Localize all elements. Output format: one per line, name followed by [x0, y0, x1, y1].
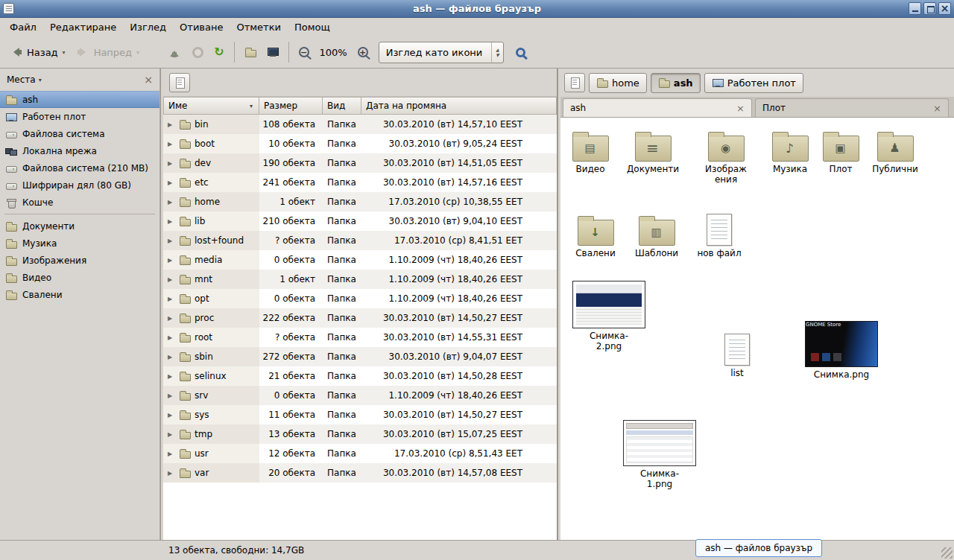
menu-item[interactable]: Изглед [123, 19, 173, 35]
column-header-type[interactable]: Вид [323, 97, 361, 115]
file-item[interactable]: list [707, 332, 767, 378]
sidebar-item[interactable]: Файлова система [0, 125, 159, 142]
spinner-arrows-icon[interactable]: ▲▼ [491, 42, 499, 63]
chevron-down-icon[interactable]: ▾ [39, 77, 42, 83]
sidebar-item[interactable]: Изображения [0, 252, 159, 269]
home-button[interactable] [240, 42, 261, 62]
expander-icon[interactable] [168, 179, 175, 186]
expander-icon[interactable] [168, 257, 175, 264]
tree-row[interactable]: lost+found ? обекта Папка 17.03.2010 (ср… [163, 231, 557, 250]
tree-row[interactable]: var 20 обекта Папка 30.03.2010 (вт) 14,5… [163, 463, 557, 483]
tree-row[interactable]: etc 241 обекта Папка 30.03.2010 (вт) 14,… [163, 173, 557, 192]
file-item[interactable]: Плот [811, 127, 871, 174]
sidebar-item[interactable]: Локална мрежа [0, 142, 159, 159]
expander-icon[interactable] [168, 354, 175, 360]
file-item[interactable]: Видео [560, 127, 620, 174]
tree-row[interactable]: tmp 13 обекта Папка 30.03.2010 (вт) 15,0… [163, 424, 557, 444]
file-item[interactable]: нов файл [689, 212, 749, 258]
location-toggle-button[interactable] [564, 73, 585, 92]
tree-row[interactable]: proc 222 обекта Папка 30.03.2010 (вт) 14… [163, 308, 557, 328]
forward-button[interactable]: Напред ▾ [72, 42, 145, 62]
view-mode-select[interactable]: Изглед като икони ▲▼ [379, 42, 504, 63]
resize-grip[interactable] [941, 547, 953, 559]
expander-icon[interactable] [168, 392, 175, 399]
expander-icon[interactable] [168, 141, 175, 147]
file-item[interactable]: Шаблони [627, 211, 686, 258]
expander-icon[interactable] [168, 334, 175, 341]
tree-row[interactable]: opt 0 обекта Папка 1.10.2009 (чт) 18,40,… [163, 289, 557, 308]
path-button[interactable]: home [589, 73, 647, 93]
expander-icon[interactable] [168, 199, 175, 206]
file-item[interactable]: Изображения [696, 127, 756, 185]
file-item[interactable]: GNOME Store Снимка.png [804, 321, 879, 380]
sidebar-item[interactable]: Документи [0, 217, 159, 235]
tree-row[interactable]: boot 10 обекта Папка 30.03.2010 (вт) 9,0… [163, 134, 557, 153]
tree-row[interactable]: sys 11 обекта Папка 30.03.2010 (вт) 14,5… [163, 405, 557, 424]
expander-icon[interactable] [168, 238, 175, 244]
tree-row[interactable]: home 1 обект Папка 17.03.2010 (ср) 10,38… [163, 192, 557, 211]
file-item[interactable]: Свалени [566, 211, 625, 258]
menu-item[interactable]: Помощ [288, 19, 337, 35]
expander-icon[interactable] [168, 315, 175, 322]
sidebar-item[interactable]: Музика [0, 235, 159, 252]
back-button[interactable]: Назад ▾ [4, 42, 70, 62]
file-item[interactable]: Снимка-1.png [622, 420, 697, 489]
expander-icon[interactable] [168, 431, 175, 438]
sidebar-close-icon[interactable]: × [144, 74, 153, 85]
expander-icon[interactable] [168, 451, 175, 457]
tab-close-icon[interactable]: × [933, 104, 941, 113]
close-button[interactable] [938, 2, 951, 15]
file-item[interactable]: GUADEC Снимка-2.png [572, 281, 646, 351]
file-item[interactable]: Публични [865, 127, 925, 174]
zoom-out-button[interactable]: − [294, 43, 314, 61]
tree-row[interactable]: lib 210 обекта Папка 30.03.2010 (вт) 9,0… [163, 211, 557, 231]
location-toggle-button[interactable] [169, 73, 190, 92]
maximize-button[interactable] [923, 2, 936, 15]
sidebar-item[interactable]: Работен плот [0, 108, 159, 125]
back-dropdown-icon[interactable]: ▾ [63, 49, 66, 56]
path-button[interactable]: ash [651, 73, 701, 93]
tree-row[interactable]: sbin 272 обекта Папка 30.03.2010 (вт) 9,… [163, 347, 557, 366]
tree-row[interactable]: usr 12 обекта Папка 17.03.2010 (ср) 8,51… [163, 444, 557, 463]
tree-row[interactable]: dev 190 обекта Папка 30.03.2010 (вт) 14,… [163, 153, 557, 173]
tree-row[interactable]: media 0 обекта Папка 1.10.2009 (чт) 18,4… [163, 250, 557, 270]
zoom-in-button[interactable]: + [353, 43, 373, 61]
places-title[interactable]: Места [7, 74, 36, 85]
sidebar-item[interactable]: Файлова система (210 MB) [0, 159, 159, 176]
expander-icon[interactable] [168, 412, 175, 419]
path-button[interactable]: Работен плот [704, 73, 803, 93]
menu-item[interactable]: Отиване [173, 19, 230, 35]
column-header-size[interactable]: Размер [259, 97, 323, 115]
menu-item[interactable]: Редактиране [43, 19, 123, 35]
sidebar-item[interactable]: Видео [0, 269, 159, 286]
tab[interactable]: Плот × [755, 98, 949, 117]
sidebar-item[interactable]: Шифриран дял (80 GB) [0, 176, 159, 194]
tree-row[interactable]: root ? обекта Папка 30.03.2010 (вт) 14,5… [163, 328, 557, 347]
sidebar-item[interactable] [0, 211, 159, 217]
sidebar-item[interactable]: Свалени [0, 286, 159, 303]
expander-icon[interactable] [168, 160, 175, 167]
column-header-name[interactable]: Име ▾ [163, 97, 259, 115]
tree-row[interactable]: mnt 1 обект Папка 1.10.2009 (чт) 18,40,2… [163, 270, 557, 289]
expander-icon[interactable] [168, 276, 175, 283]
menu-item[interactable]: Отметки [230, 19, 287, 35]
icon-view[interactable]: Видео Документи [560, 118, 954, 540]
tree-row[interactable]: srv 0 обекта Папка 1.10.2009 (чт) 18,40,… [163, 386, 557, 405]
tree-row[interactable]: bin 108 обекта Папка 30.03.2010 (вт) 14,… [163, 115, 557, 134]
file-item[interactable]: Документи [623, 127, 683, 174]
computer-button[interactable] [262, 42, 283, 62]
search-button[interactable] [511, 44, 530, 61]
expander-icon[interactable] [168, 218, 175, 225]
up-button[interactable] [163, 42, 186, 62]
column-header-date[interactable]: Дата на промяна [361, 97, 557, 115]
title-bar[interactable]: ash — файлов браузър [0, 0, 954, 18]
stop-button[interactable] [188, 43, 208, 62]
minimize-button[interactable] [909, 2, 921, 15]
sidebar-item[interactable]: ash [0, 91, 159, 108]
tree-row[interactable]: selinux 21 обекта Папка 30.03.2010 (вт) … [163, 366, 557, 386]
sidebar-item[interactable]: Кошче [0, 194, 159, 211]
menu-item[interactable]: Файл [3, 19, 43, 35]
tab-close-icon[interactable]: × [736, 104, 745, 113]
expander-icon[interactable] [168, 373, 175, 380]
expander-icon[interactable] [168, 470, 175, 477]
